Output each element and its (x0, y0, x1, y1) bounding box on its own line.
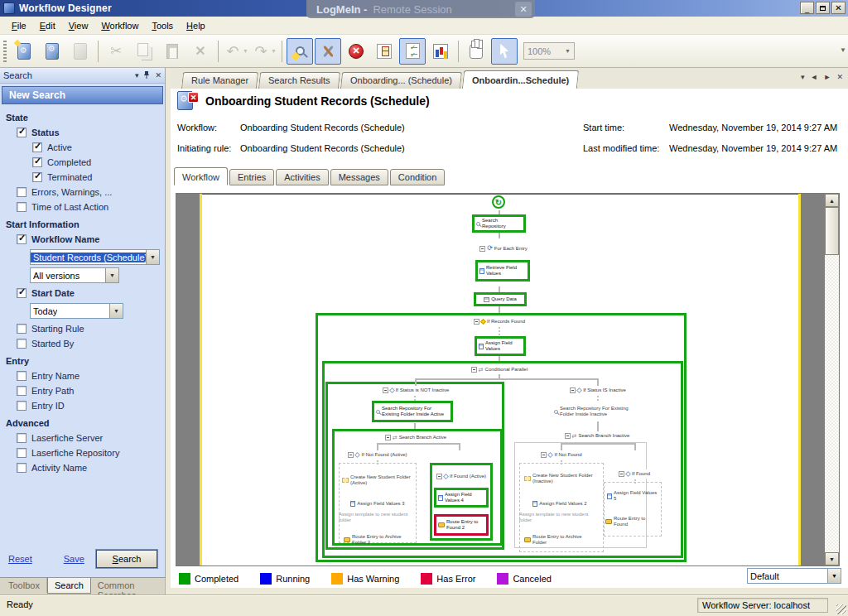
minimize-button[interactable]: _ (800, 2, 814, 14)
resize-grip[interactable] (836, 604, 846, 614)
select-all-versions[interactable]: All versions▼ (30, 267, 119, 283)
checkbox-entry-name[interactable] (17, 371, 26, 381)
collapse-icon[interactable] (471, 367, 477, 373)
collapse-icon[interactable] (570, 387, 576, 393)
node-search-repository-for-existing-folder-inside-active[interactable]: Search Repository For Existing Folder In… (372, 401, 453, 422)
statistics-button[interactable] (427, 38, 454, 65)
node-route-entry-to-found-2[interactable]: Route Entry to Found 2 (434, 514, 489, 536)
restore-button[interactable] (816, 2, 830, 14)
select-today[interactable]: Today▼ (30, 303, 123, 319)
node-conditional-parallel[interactable]: Conditional Parallel (450, 365, 549, 374)
node-if-status-is-inactive[interactable]: If Status IS Inactive (551, 386, 645, 395)
tab-scroll-left-icon[interactable]: ◄ (811, 73, 818, 81)
menu-item-edit[interactable]: Edit (33, 18, 62, 33)
node-if-not-found[interactable]: If Not Found (532, 450, 590, 460)
node-create-new-student-folder-active[interactable]: Create New Student Folder (Active) (342, 472, 413, 488)
collapse-icon[interactable] (348, 452, 354, 458)
save-link[interactable]: Save (64, 554, 84, 564)
search-pane-button[interactable] (287, 38, 313, 65)
toolbar-grip[interactable] (3, 41, 7, 62)
new-workflow-button[interactable] (11, 38, 37, 65)
menu-item-help[interactable]: Help (180, 18, 212, 33)
doc-tab-onboarding-schedule[interactable]: Onboarding... (Schedule) (340, 72, 462, 89)
scrollbar-thumb[interactable] (825, 207, 839, 255)
vertical-scrollbar[interactable]: ▲ ▼ (825, 194, 839, 565)
tab-list-icon[interactable]: ▾ (801, 73, 805, 81)
node-assign-field-values-2[interactable]: Assign Field Values 2 (529, 495, 590, 512)
doc-tab-search-results[interactable]: Search Results (258, 72, 340, 89)
profile-select[interactable]: Default ▼ (747, 568, 841, 584)
view-tab-workflow[interactable]: Workflow (174, 167, 228, 185)
scroll-down-icon[interactable]: ▼ (825, 552, 839, 565)
toolbar-overflow-icon[interactable]: ▼ (840, 46, 846, 54)
tab-close-icon[interactable]: ✕ (836, 73, 843, 81)
menu-item-tools[interactable]: Tools (145, 18, 180, 33)
collapse-icon[interactable] (479, 246, 485, 252)
undo-button[interactable]: ▼ (223, 38, 249, 65)
publish-workflow-button[interactable] (67, 38, 94, 65)
node-query-data[interactable]: Query Data (474, 292, 527, 306)
node-route-entry-to-archive-folder-2[interactable]: Route Entry to Archive Folder 2 (344, 532, 412, 548)
open-workflow-button[interactable] (39, 38, 65, 65)
checkbox-entry-path[interactable] (17, 386, 26, 396)
node-if-found[interactable]: If Found (610, 469, 658, 479)
checkbox-laserfiche-server[interactable] (17, 433, 26, 443)
node-start[interactable]: ↻ (492, 195, 505, 209)
new-search-header[interactable]: New Search (2, 86, 163, 104)
node-route-entry-to-found[interactable]: Route Entry to Found (605, 513, 660, 530)
node-create-new-student-folder-inactive[interactable]: Create New Student Folder (Inactive) (524, 470, 597, 487)
node-if-not-found-active[interactable]: If Not Found (Active) (337, 450, 418, 460)
view-tab-entries[interactable]: Entries (229, 169, 274, 185)
node-if-records-found[interactable]: If Records Found (450, 317, 549, 326)
checkbox-starting-rule[interactable] (17, 324, 26, 334)
rule-tools-button[interactable] (315, 38, 341, 65)
panel-tab-search[interactable]: Search (47, 578, 91, 594)
collapse-icon[interactable] (383, 387, 388, 393)
node-route-entry-to-archive-folder[interactable]: Route Entry to Archive Folder (524, 532, 594, 548)
checkbox-started-by[interactable] (17, 339, 26, 349)
redo-button[interactable]: ▼ (251, 38, 277, 65)
checkbox-completed[interactable] (32, 157, 42, 167)
zoom-select[interactable]: 100% ▼ (523, 42, 575, 60)
node-for-each-entry[interactable]: For Each Entry (472, 243, 535, 253)
task-list-button[interactable] (399, 38, 426, 65)
select-student-records-schedule[interactable]: Student Records (Schedule)▼ (30, 249, 160, 265)
tab-scroll-right-icon[interactable]: ► (824, 73, 831, 81)
view-tab-activities[interactable]: Activities (276, 169, 328, 185)
menu-item-view[interactable]: View (62, 18, 95, 33)
node-if-found-active[interactable]: If Found (Active) (435, 468, 488, 484)
paste-button[interactable] (159, 38, 186, 65)
pointer-button[interactable] (491, 38, 518, 65)
checkbox-laserfiche-repository[interactable] (17, 448, 26, 458)
panel-tab-toolbox[interactable]: Toolbox (2, 578, 47, 593)
collapse-icon[interactable] (541, 452, 547, 458)
checkbox-start-date[interactable] (17, 288, 26, 298)
checkbox-active[interactable] (32, 142, 42, 152)
close-button[interactable]: ✕ (831, 2, 846, 14)
menu-item-file[interactable]: File (5, 18, 33, 33)
node-assign-field-values-3[interactable]: Assign Field Values 3 (347, 495, 408, 512)
view-tab-condition[interactable]: Condition (390, 169, 445, 185)
copy-button[interactable] (131, 38, 157, 65)
pin-icon[interactable] (143, 71, 150, 80)
checkbox-errors-warnings[interactable] (17, 187, 26, 197)
node-assign-field-values-5[interactable]: Assign Field Values 5 (607, 488, 658, 504)
collapse-icon[interactable] (619, 471, 624, 477)
delete-button[interactable] (187, 38, 214, 65)
checkbox-status[interactable] (17, 128, 26, 137)
checkbox-time-of-last-action[interactable] (17, 202, 26, 212)
doc-tab-rule-manager[interactable]: Rule Manager (181, 72, 258, 89)
reset-link[interactable]: Reset (8, 554, 32, 564)
checkbox-terminated[interactable] (32, 172, 42, 182)
node-assign-field-values-4[interactable]: Assign Field Values 4 (434, 488, 489, 508)
node-search-repository[interactable]: Search Repository (472, 214, 526, 233)
node-assign-field-values[interactable]: Assign Field Values (475, 336, 526, 356)
checkbox-entry-id[interactable] (17, 401, 26, 411)
close-icon[interactable]: ✕ (155, 71, 161, 79)
menu-item-workflow[interactable]: Workflow (94, 18, 145, 33)
search-button[interactable]: Search (96, 550, 157, 568)
designer-view-button[interactable] (371, 38, 398, 65)
checkbox-workflow-name[interactable] (17, 234, 26, 244)
scroll-up-icon[interactable]: ▲ (825, 194, 839, 207)
node-if-status-is-not-inactive[interactable]: If Status is NOT Inactive (364, 386, 468, 395)
